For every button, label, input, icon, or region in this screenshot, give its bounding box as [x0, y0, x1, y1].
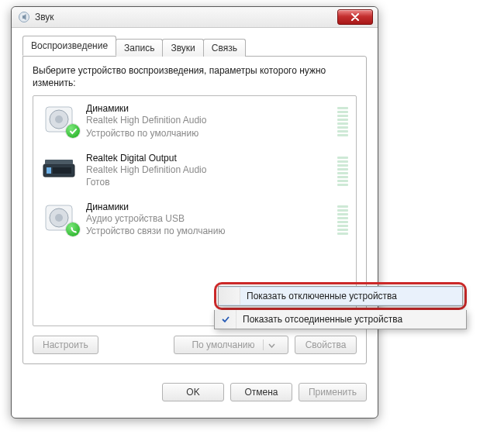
device-status: Устройство по умолчанию	[86, 127, 330, 140]
check-gutter	[219, 288, 240, 305]
phone-badge-icon	[66, 222, 80, 236]
svg-rect-5	[45, 160, 73, 164]
level-meter	[337, 202, 348, 235]
sound-icon	[18, 11, 30, 23]
tab-sounds[interactable]: Звуки	[162, 39, 203, 57]
apply-button[interactable]: Применить	[299, 383, 367, 401]
device-item[interactable]: Динамики Аудио устройства USB Устройство…	[33, 195, 356, 243]
menu-item-label: Показать отключенные устройства	[247, 291, 397, 301]
check-badge-icon	[66, 124, 80, 138]
device-status: Готов	[86, 176, 330, 188]
device-item[interactable]: Динамики Realtek High Definition Audio У…	[33, 96, 356, 145]
tab-strip: Воспроизведение Запись Звуки Связь	[22, 37, 367, 56]
speaker-icon	[40, 201, 78, 235]
device-item[interactable]: Realtek Digital Output Realtek High Defi…	[33, 146, 356, 195]
ok-button[interactable]: OK	[162, 383, 224, 401]
highlight-box: Показать отключенные устройства	[214, 282, 467, 310]
close-button[interactable]	[337, 9, 373, 25]
device-name: Динамики	[86, 202, 330, 212]
menu-show-disabled[interactable]: Показать отключенные устройства	[219, 287, 462, 305]
device-driver: Аудио устройства USB	[86, 212, 330, 225]
device-status: Устройство связи по умолчанию	[86, 225, 330, 237]
level-meter	[337, 104, 348, 136]
device-name: Realtek Digital Output	[86, 153, 330, 164]
spdif-icon	[40, 152, 78, 186]
panel-button-row: Настроить По умолчанию Свойства	[33, 336, 357, 354]
properties-button[interactable]: Свойства	[295, 336, 357, 354]
instruction-text: Выберите устройство воспроизведения, пар…	[33, 64, 357, 89]
svg-rect-7	[53, 167, 71, 174]
cancel-button[interactable]: Отмена	[230, 383, 292, 401]
set-default-dropdown[interactable]: По умолчанию	[174, 336, 288, 354]
level-meter	[337, 153, 348, 186]
tab-recording[interactable]: Запись	[116, 39, 163, 57]
tab-communications[interactable]: Связь	[203, 39, 246, 57]
check-gutter	[215, 310, 236, 329]
svg-rect-6	[47, 167, 51, 174]
window-title: Звук	[35, 12, 337, 22]
menu-show-disconnected[interactable]: Показать отсоединенные устройства	[215, 310, 466, 329]
device-name: Динамики	[86, 103, 330, 114]
device-driver: Realtek High Definition Audio	[86, 164, 330, 176]
context-menu: Показать отключенные устройства Показать…	[214, 282, 467, 329]
svg-point-10	[55, 214, 63, 222]
chevron-down-icon	[263, 339, 275, 350]
menu-item-label: Показать отсоединенные устройства	[243, 314, 402, 325]
dialog-button-row: OK Отмена Применить	[12, 374, 378, 401]
tab-playback[interactable]: Воспроизведение	[22, 36, 116, 56]
set-default-label: По умолчанию	[192, 339, 254, 350]
titlebar[interactable]: Звук	[12, 7, 378, 28]
configure-button[interactable]: Настроить	[33, 336, 98, 354]
device-driver: Realtek High Definition Audio	[86, 114, 330, 126]
sound-dialog: Звук Воспроизведение Запись Звуки Связь …	[11, 6, 378, 418]
speaker-icon	[40, 102, 78, 136]
svg-point-3	[55, 115, 63, 123]
